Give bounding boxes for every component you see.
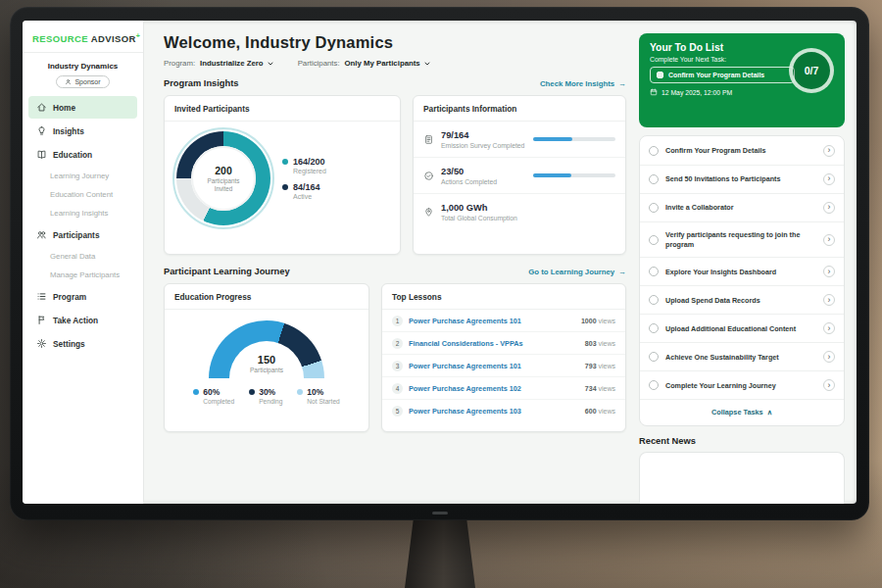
program-insights-title: Program Insights [164, 78, 238, 88]
todo-column: Your To Do List Complete Your Next Task:… [639, 21, 857, 504]
task-row[interactable]: Verify participants requesting to join t… [640, 222, 844, 258]
sidebar-item-participants[interactable]: Participants [28, 223, 137, 246]
book-icon [36, 149, 47, 160]
power-led [432, 512, 448, 514]
learning-journey-header: Participant Learning Journey Go to Learn… [164, 267, 626, 276]
task-row[interactable]: Send 50 Invitations to Participants › [640, 166, 844, 194]
task-row[interactable]: Invite a Collaborator › [640, 194, 844, 222]
legend-dot [282, 184, 288, 190]
donut-center-value: 200 [215, 165, 232, 176]
task-checkbox[interactable] [649, 146, 659, 156]
monitor-stand [405, 520, 475, 588]
task-checkbox[interactable] [649, 380, 659, 390]
lesson-row: 4 Power Purchase Agreements 102 734 view… [382, 377, 625, 400]
legend-dot [282, 159, 288, 165]
go-to-learning-journey-link[interactable]: Go to Learning Journey → [528, 268, 626, 276]
sidebar-item-education-content[interactable]: Education Content [23, 185, 143, 204]
lesson-link[interactable]: Power Purchase Agreements 103 [409, 407, 521, 416]
check-more-insights-link[interactable]: Check More Insights → [540, 79, 626, 88]
lesson-views: 600 views [585, 408, 615, 415]
todo-summary-card: Your To Do List Complete Your Next Task:… [639, 33, 845, 127]
task-checkbox[interactable] [649, 203, 659, 213]
room-background: RESOURCE ADVISOR+ Industry Dynamics Spon… [0, 0, 882, 588]
task-row[interactable]: Achieve One Sustainability Target › [640, 343, 844, 371]
chevron-right-icon[interactable]: › [823, 322, 835, 334]
lesson-rank: 5 [392, 406, 403, 416]
legend-item-active: 84/164 Active [282, 182, 326, 200]
sidebar-item-label: Program [53, 292, 86, 302]
lesson-row: 2 Financial Considerations - VPPAs 803 v… [382, 332, 625, 355]
task-checkbox[interactable] [649, 295, 659, 305]
chevron-right-icon[interactable]: › [823, 173, 835, 185]
task-row[interactable]: Upload Additional Educational Content › [640, 315, 844, 343]
sidebar-item-take-action[interactable]: Take Action [28, 309, 137, 331]
chevron-right-icon[interactable]: › [823, 379, 835, 391]
chevron-right-icon[interactable]: › [823, 351, 835, 363]
lesson-views: 734 views [585, 385, 615, 392]
collapse-tasks-link[interactable]: Collapse Tasks ∧ [640, 400, 844, 424]
sidebar-item-learning-insights[interactable]: Learning Insights [23, 204, 143, 222]
lesson-link[interactable]: Power Purchase Agreements 101 [409, 362, 521, 370]
task-checkbox[interactable] [649, 352, 659, 362]
sidebar-item-label: Education [53, 150, 92, 160]
sidebar-item-manage-participants[interactable]: Manage Participants [23, 266, 143, 284]
lesson-link[interactable]: Power Purchase Agreements 102 [409, 384, 521, 393]
task-row[interactable]: Complete Your Learning Journey › [640, 371, 844, 400]
chevron-right-icon[interactable]: › [823, 145, 835, 157]
legend-item-registered: 164/200 Registered [282, 157, 326, 174]
check-circle-icon [423, 171, 434, 181]
sidebar-item-home[interactable]: Home [28, 96, 137, 119]
brand-logo-primary: RESOURCE [32, 33, 88, 44]
chevron-right-icon[interactable]: › [823, 234, 835, 246]
task-checkbox[interactable] [649, 174, 659, 184]
chevron-up-icon: ∧ [767, 408, 772, 416]
chevron-down-icon [267, 60, 274, 68]
participants-filter: Participants: Only My Participants [298, 59, 431, 68]
top-lessons-title: Top Lessons [382, 284, 625, 310]
lesson-rank: 2 [392, 338, 403, 349]
brand-logo-plus: + [136, 32, 141, 39]
task-checkbox[interactable] [649, 235, 659, 245]
sidebar-item-general-data[interactable]: General Data [23, 247, 143, 266]
sponsor-badge: Sponsor [56, 75, 109, 88]
task-checkbox[interactable] [649, 267, 659, 276]
program-select[interactable]: Industrialize Zero [200, 59, 274, 68]
sidebar-item-label: Home [53, 103, 75, 113]
task-row[interactable]: Upload Spend Data Records › [640, 286, 844, 315]
participants-select[interactable]: Only My Participants [345, 59, 431, 68]
info-row-actions: 23/50 Actions Completed [414, 158, 625, 194]
program-filter: Program: Industrialize Zero [164, 59, 274, 68]
lesson-link[interactable]: Financial Considerations - VPPAs [409, 339, 523, 348]
chevron-right-icon[interactable]: › [823, 294, 835, 306]
sidebar-item-insights[interactable]: Insights [28, 120, 137, 142]
brand-logo: RESOURCE ADVISOR+ [23, 30, 143, 53]
todo-task-list: Confirm Your Program Details › Send 50 I… [639, 135, 845, 426]
education-progress-card: Education Progress 150 Participants [164, 283, 369, 432]
lesson-link[interactable]: Power Purchase Agreements 101 [409, 317, 521, 325]
participants-information-card: Participants Information 79/164 Emission… [413, 95, 626, 255]
home-icon [36, 102, 47, 113]
task-row[interactable]: Confirm Your Program Details › [640, 137, 844, 166]
list-icon [36, 291, 47, 302]
sidebar-item-learning-journey[interactable]: Learning Journey [23, 167, 143, 185]
education-progress-gauge: 150 Participants [209, 320, 324, 378]
next-task-checkbox[interactable] [657, 72, 663, 78]
lesson-row: 1 Power Purchase Agreements 101 1000 vie… [382, 310, 625, 332]
sidebar-item-settings[interactable]: Settings [28, 332, 137, 355]
todo-progress-ring: 0/7 [789, 48, 834, 93]
legend-item-completed: 60% Completed [193, 387, 234, 405]
legend-item-pending: 30% Pending [249, 387, 282, 405]
task-checkbox[interactable] [649, 323, 659, 333]
next-task-row[interactable]: Confirm Your Program Details [650, 67, 795, 83]
sidebar-item-education[interactable]: Education [28, 143, 137, 166]
sidebar-item-program[interactable]: Program [28, 285, 137, 308]
sidebar-item-label: Insights [53, 126, 84, 136]
chevron-right-icon[interactable]: › [823, 202, 835, 214]
legend-dot [193, 389, 199, 395]
task-row[interactable]: Explore Your Insights Dashboard › [640, 258, 844, 286]
chevron-right-icon[interactable]: › [823, 266, 835, 277]
sidebar-nav: Home Insights Education Learning Journey… [23, 96, 143, 355]
lesson-row: 5 Power Purchase Agreements 103 600 view… [382, 400, 625, 421]
monitor-frame: RESOURCE ADVISOR+ Industry Dynamics Spon… [10, 7, 869, 520]
learning-journey-title: Participant Learning Journey [164, 267, 290, 276]
